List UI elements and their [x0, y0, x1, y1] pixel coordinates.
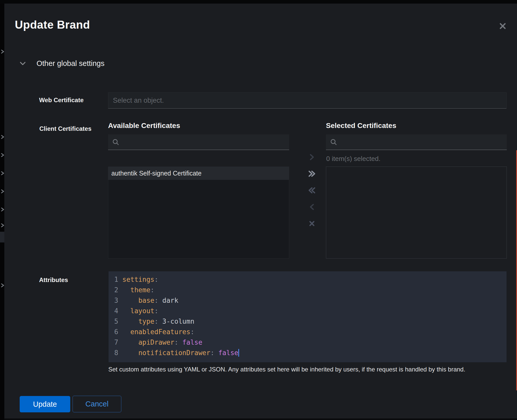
chevron-right-icon: [1, 223, 4, 227]
available-certificates-heading: Available Certificates: [108, 122, 180, 130]
line-number: 5: [113, 316, 118, 327]
update-button[interactable]: Update: [20, 396, 70, 412]
sidebar-sliver: [0, 4, 4, 420]
list-item[interactable]: authentik Self-signed Certificate: [108, 167, 289, 180]
code-line: 6 enabledFeatures:: [113, 327, 502, 337]
selected-certificates-heading: Selected Certificates: [326, 122, 396, 130]
code-line: 7 apiDrawer: false: [113, 337, 502, 348]
code-line: 5 type: 3-column: [113, 316, 502, 327]
chevron-right-icon: [1, 135, 4, 139]
chevron-right-icon: [1, 153, 4, 157]
add-all-button[interactable]: [306, 168, 318, 179]
attributes-help-text: Set custom attributes using YAML or JSON…: [108, 366, 499, 373]
line-number: 4: [113, 306, 118, 316]
transfer-controls: [302, 151, 321, 229]
code-line: 3 base: dark: [113, 295, 502, 306]
chevron-right-icon: [1, 50, 4, 54]
chevron-right-icon: [1, 189, 4, 193]
angle-right-icon: [308, 153, 316, 161]
add-selected-button[interactable]: [306, 151, 318, 163]
cancel-button[interactable]: Cancel: [73, 396, 121, 412]
app-root: Update Brand Other global settings Web C…: [0, 0, 517, 420]
section-label: Other global settings: [37, 59, 104, 68]
line-number: 7: [113, 337, 118, 348]
chevron-down-icon: [20, 62, 26, 66]
line-number: 3: [113, 295, 118, 306]
sidebar-sliver-highlight: [0, 232, 4, 242]
selected-search-input[interactable]: [340, 138, 503, 146]
search-icon: [112, 138, 119, 146]
angle-left-icon: [308, 203, 316, 211]
chevron-right-icon: [1, 171, 4, 175]
page-title: Update Brand: [15, 18, 90, 31]
times-icon: [308, 219, 316, 228]
section-toggle-other-global-settings[interactable]: Other global settings: [20, 59, 104, 68]
clear-selection-button[interactable]: [306, 218, 318, 229]
selected-status: 0 item(s) selected.: [326, 155, 380, 163]
attributes-code-editor[interactable]: 1settings:2 theme:3 base: dark4 layout:5…: [109, 271, 507, 362]
code-line: 8 notificationDrawer: false: [113, 348, 502, 358]
search-icon: [330, 138, 337, 146]
web-certificate-label: Web Certificate: [39, 97, 84, 104]
page-edge-top: [0, 0, 517, 4]
attributes-label: Attributes: [39, 276, 68, 284]
available-search: [108, 134, 289, 150]
available-certificates-list: authentik Self-signed Certificate: [108, 167, 289, 259]
line-number: 8: [113, 348, 118, 358]
selected-certificates-list: [326, 167, 507, 259]
angle-double-right-icon: [308, 169, 316, 178]
update-brand-modal: Update Brand Other global settings Web C…: [4, 4, 517, 418]
line-number: 2: [113, 285, 118, 295]
line-number: 6: [113, 327, 118, 337]
chevron-right-icon: [1, 207, 4, 212]
web-certificate-select[interactable]: [108, 92, 507, 109]
remove-all-button[interactable]: [306, 185, 318, 196]
close-icon[interactable]: [496, 19, 509, 33]
available-search-input[interactable]: [122, 138, 285, 146]
remove-selected-button[interactable]: [306, 201, 318, 213]
chevron-right-icon: [1, 283, 4, 287]
angle-double-left-icon: [308, 186, 316, 195]
client-certificates-label: Client Certificates: [39, 125, 91, 132]
text-cursor: [238, 349, 239, 357]
code-line: 4 layout:: [113, 306, 502, 316]
selected-search: [326, 134, 507, 150]
line-number: 1: [113, 274, 118, 285]
code-line: 2 theme:: [113, 285, 502, 295]
code-line: 1settings:: [113, 274, 502, 285]
